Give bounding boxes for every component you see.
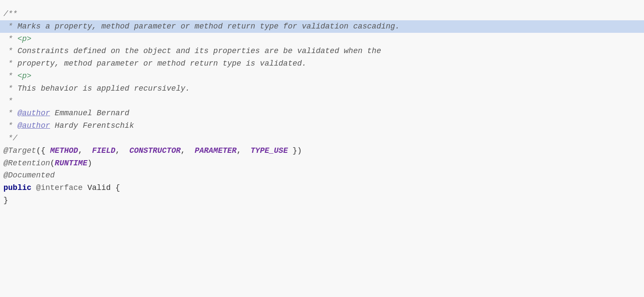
- comment-star-empty: *: [3, 95, 13, 107]
- author-value-1: Emmanuel Bernard: [50, 107, 129, 120]
- line-p1: * <p>: [0, 33, 644, 45]
- line-desc-3: * property, method parameter or method r…: [0, 57, 644, 70]
- p-tag-1: <p>: [17, 33, 31, 45]
- p-tag-2: <p>: [17, 70, 31, 82]
- close-brace: }: [3, 194, 8, 207]
- target-brace-open: ({: [36, 145, 50, 157]
- comma-3: ,: [181, 145, 195, 157]
- line-documented: @Documented: [0, 169, 644, 182]
- public-keyword: public: [3, 182, 32, 194]
- class-name-valid: Valid {: [83, 182, 120, 194]
- line-retention: @Retention(RUNTIME): [0, 157, 644, 170]
- comment-star: *: [3, 120, 17, 132]
- interface-keyword: @interface: [32, 182, 83, 194]
- author-value-2: Hardy Ferentschik: [50, 120, 134, 132]
- comment-star: *: [3, 70, 17, 82]
- field-keyword: FIELD: [92, 145, 115, 157]
- retention-paren-open: (: [50, 157, 55, 170]
- comment-star: *: [3, 20, 17, 33]
- type-use-keyword: TYPE_USE: [251, 145, 288, 157]
- comment-highlighted-text: Marks a property, method parameter or me…: [17, 20, 400, 33]
- line-desc-2: * Constraints defined on the object and …: [0, 45, 644, 57]
- constructor-keyword: CONSTRUCTOR: [129, 145, 181, 157]
- runtime-keyword: RUNTIME: [55, 157, 88, 170]
- line-author2: * @author Hardy Ferentschik: [0, 120, 644, 132]
- line-desc-4: * This behavior is applied recursively.: [0, 82, 644, 95]
- javadoc-close-delimiter: */: [3, 132, 17, 145]
- author-tag-1: @author: [17, 107, 50, 120]
- line-javadoc-close: */: [0, 132, 644, 145]
- code-editor: /** * Marks a property, method parameter…: [0, 4, 644, 297]
- comment-star: *: [3, 82, 17, 95]
- parameter-keyword: PARAMETER: [195, 145, 237, 157]
- target-annotation: @Target: [3, 145, 36, 157]
- comma-4: ,: [237, 145, 250, 157]
- comment-star: *: [3, 57, 17, 70]
- comment-text-2: Constraints defined on the object and it…: [17, 45, 381, 57]
- method-keyword: METHOD: [50, 145, 78, 157]
- line-author1: * @author Emmanuel Bernard: [0, 107, 644, 120]
- line-javadoc-open: /**: [0, 8, 644, 20]
- author-tag-2: @author: [17, 120, 50, 132]
- target-brace-close: }): [288, 145, 302, 157]
- line-target: @Target({ METHOD, FIELD, CONSTRUCTOR, PA…: [0, 145, 644, 157]
- line-close-brace: }: [0, 194, 644, 207]
- comment-star: *: [3, 107, 17, 120]
- comment-text-3: property, method parameter or method ret…: [17, 57, 306, 70]
- comma-1: ,: [78, 145, 92, 157]
- documented-annotation: @Documented: [3, 169, 55, 182]
- line-desc-highlighted: * Marks a property, method parameter or …: [0, 20, 644, 33]
- comma-2: ,: [115, 145, 129, 157]
- line-empty: *: [0, 95, 644, 107]
- comment-text-4: This behavior is applied recursively.: [17, 82, 190, 95]
- retention-paren-close: ): [87, 157, 92, 170]
- line-interface: public @interface Valid {: [0, 182, 644, 194]
- retention-annotation: @Retention: [3, 157, 50, 170]
- line-p2: * <p>: [0, 70, 644, 82]
- comment-star: *: [3, 33, 17, 45]
- comment-star: *: [3, 45, 17, 57]
- javadoc-open-delimiter: /**: [3, 8, 17, 20]
